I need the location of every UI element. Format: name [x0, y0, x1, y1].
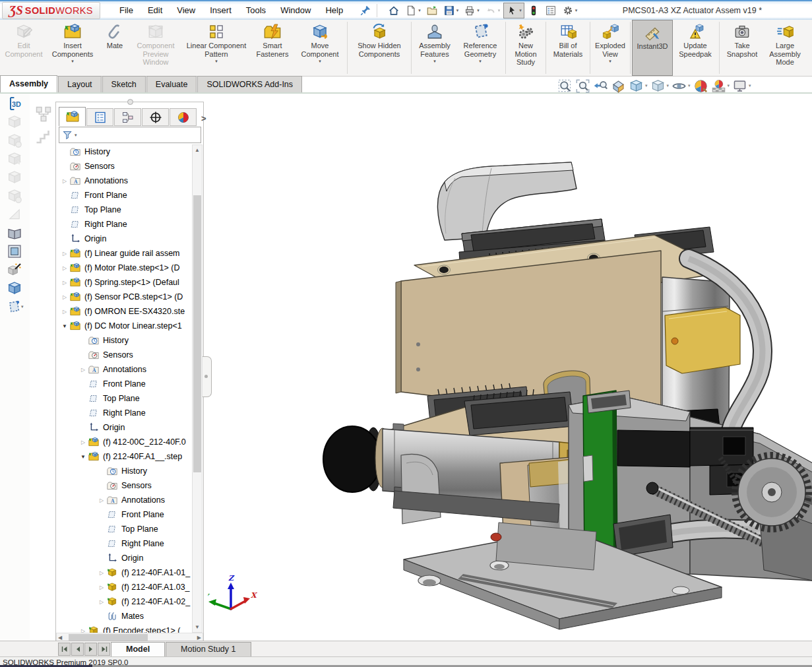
- scroll-down-arrow[interactable]: ▼: [193, 622, 202, 632]
- insert-components-button[interactable]: Insert Components▾: [45, 20, 100, 76]
- tree-row[interactable]: ▷(f) Sensor PCB.step<1> (D: [56, 290, 192, 304]
- mate-button[interactable]: Mate: [100, 20, 129, 76]
- undo-button[interactable]: ▾: [483, 3, 503, 18]
- tree-collapsed-arrow-icon[interactable]: ▷: [79, 439, 87, 445]
- reference-plane-button[interactable]: ▾: [7, 298, 24, 315]
- zoom-to-area-icon[interactable]: [575, 79, 590, 94]
- menu-edit[interactable]: Edit: [141, 1, 170, 20]
- tree-vertical-scrollbar[interactable]: ▲ ▼: [192, 144, 203, 633]
- tree-collapsed-arrow-icon[interactable]: ▷: [61, 178, 69, 184]
- panel-tab-featuremanager-tree[interactable]: [59, 107, 86, 126]
- large-assembly-mode-button[interactable]: Large Assembly Mode: [763, 20, 807, 76]
- tab-sketch[interactable]: Sketch: [102, 76, 146, 92]
- tab-evaluate[interactable]: Evaluate: [146, 76, 197, 92]
- view-settings-icon[interactable]: [732, 79, 747, 94]
- tab-assembly[interactable]: Assembly: [0, 75, 57, 92]
- tree-row[interactable]: ▷(f) Encoder.step<1> (: [56, 623, 192, 633]
- cursor-button[interactable]: ▾: [503, 3, 524, 18]
- tree-row[interactable]: ▷AAnnotations: [56, 174, 192, 188]
- tree-row[interactable]: Front Plane: [56, 377, 192, 391]
- dropdown-caret-icon[interactable]: ▾: [477, 8, 480, 13]
- tree-row[interactable]: Top Plane: [56, 522, 192, 536]
- tree-row[interactable]: Right Plane: [56, 406, 192, 420]
- appearance-wizard-button[interactable]: [7, 261, 24, 278]
- tree-row[interactable]: ▷(f) Spring.step<1> (Defaul: [56, 275, 192, 290]
- hide-show-items-icon[interactable]: [671, 79, 687, 94]
- scroll-up-arrow[interactable]: ▲: [193, 145, 202, 155]
- tree-collapsed-arrow-icon[interactable]: ▷: [98, 497, 106, 503]
- panel-tab-configuration-manager[interactable]: [114, 108, 141, 126]
- tree-row[interactable]: ▷(f) 212-40F.A1.03_: [56, 580, 192, 594]
- dropdown-caret-icon[interactable]: ▾: [645, 83, 648, 88]
- instant3d-button[interactable]: Instant3D: [632, 20, 673, 76]
- dropdown-caret-icon[interactable]: ▾: [433, 59, 436, 64]
- tree-row[interactable]: Sensors: [56, 478, 192, 493]
- edit-component-button[interactable]: Edit Component: [3, 20, 45, 76]
- 3d-drawing-view-button[interactable]: 3D: [7, 95, 24, 112]
- dropdown-caret-icon[interactable]: ▾: [519, 8, 522, 13]
- tree-row[interactable]: Origin: [56, 232, 192, 246]
- tab-layout[interactable]: Layout: [58, 76, 102, 92]
- tree-row[interactable]: ▷(f) Linear guide rail assem: [56, 246, 192, 261]
- assembly-features-button[interactable]: Assembly Features▾: [413, 20, 456, 76]
- last-tab-button[interactable]: [98, 643, 110, 656]
- panel-tab-dimxpert-manager[interactable]: [142, 108, 169, 126]
- tab-solidworks-add-ins[interactable]: SOLIDWORKS Add-Ins: [197, 76, 302, 92]
- smart-fasteners-button[interactable]: Smart Fasteners: [251, 20, 294, 76]
- tree-filter-input[interactable]: [77, 128, 201, 143]
- tree-row[interactable]: Sensors: [56, 348, 192, 362]
- vertical-scroll-thumb[interactable]: [193, 195, 201, 472]
- flyout-steps-icon[interactable]: [34, 137, 53, 148]
- tree-collapsed-arrow-icon[interactable]: ▷: [61, 294, 69, 300]
- dropdown-caret-icon[interactable]: ▾: [319, 59, 321, 64]
- reference-geometry-button[interactable]: Reference Geometry▾: [456, 20, 504, 76]
- stoplight-button[interactable]: [526, 3, 542, 18]
- dropdown-caret-icon[interactable]: ▾: [498, 8, 501, 13]
- tree-row[interactable]: ▷(f) 212-40F.A1-01_: [56, 565, 192, 580]
- bill-of-materials-button[interactable]: Bill of Materials: [547, 20, 588, 76]
- tree-row[interactable]: Top Plane: [56, 391, 192, 406]
- dropdown-caret-icon[interactable]: ▾: [215, 59, 218, 64]
- section-view-icon[interactable]: [611, 79, 626, 94]
- component-preview-window-button[interactable]: Component Preview Window: [129, 20, 182, 76]
- tree-row[interactable]: ▷(f) OMRON EE-SX4320.ste: [56, 304, 192, 319]
- tree-expanded-arrow-icon[interactable]: ▼: [61, 323, 69, 329]
- menu-file[interactable]: File: [112, 1, 141, 20]
- newdoc-button[interactable]: ▾: [403, 3, 423, 18]
- panel-collapse-dot[interactable]: [127, 99, 133, 105]
- tree-collapsed-arrow-icon[interactable]: ▷: [61, 251, 69, 257]
- tree-row[interactable]: Front Plane: [56, 507, 192, 522]
- tree-collapsed-arrow-icon[interactable]: ▷: [61, 309, 69, 315]
- tree-row[interactable]: History: [56, 464, 192, 478]
- dropdown-caret-icon[interactable]: ▾: [575, 8, 578, 13]
- dropdown-caret-icon[interactable]: ▾: [456, 8, 459, 13]
- home-button[interactable]: [386, 3, 402, 18]
- display-style-icon[interactable]: [650, 79, 666, 94]
- tree-collapsed-arrow-icon[interactable]: ▷: [61, 265, 69, 271]
- graphics-area[interactable]: Z Y X: [208, 94, 812, 641]
- dropdown-caret-icon[interactable]: ▾: [749, 83, 751, 88]
- tree-collapsed-arrow-icon[interactable]: ▷: [98, 599, 106, 605]
- tree-row[interactable]: ▼(f) DC Motor Linear.step<1: [56, 319, 192, 333]
- zoom-to-fit-icon[interactable]: [557, 79, 573, 94]
- tree-row[interactable]: Origin: [56, 420, 192, 435]
- tree-row[interactable]: History: [56, 333, 192, 348]
- menu-help[interactable]: Help: [318, 1, 350, 20]
- tab-model[interactable]: Model: [111, 642, 165, 656]
- tree-row[interactable]: Top Plane: [56, 203, 192, 217]
- assembly-model-canvas[interactable]: Z Y X: [208, 94, 812, 643]
- menu-insert[interactable]: Insert: [203, 1, 239, 20]
- previous-view-icon[interactable]: [593, 79, 608, 94]
- tree-row[interactable]: ▷(f) Motor Plate.step<1> (D: [56, 261, 192, 275]
- show-hidden-components-button[interactable]: Show Hidden Components: [349, 20, 410, 76]
- appearances-book-button[interactable]: [7, 224, 24, 241]
- tree-row[interactable]: Right Plane: [56, 217, 192, 232]
- previous-tab-button[interactable]: [71, 643, 84, 656]
- filter-funnel-icon[interactable]: [62, 129, 73, 141]
- dropdown-caret-icon[interactable]: ▾: [71, 59, 74, 64]
- decal-frame-button[interactable]: [7, 243, 24, 260]
- dropdown-caret-icon[interactable]: ▾: [688, 83, 691, 88]
- tree-row[interactable]: ▷AAnnotations: [56, 493, 192, 507]
- dropdown-caret-icon[interactable]: ▾: [479, 59, 482, 64]
- tree-collapsed-arrow-icon[interactable]: ▷: [98, 570, 106, 576]
